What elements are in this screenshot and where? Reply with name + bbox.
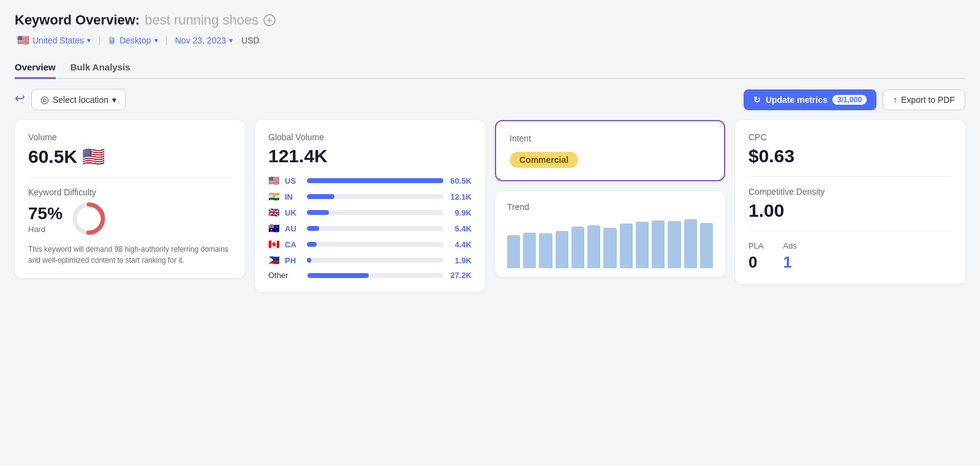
date-selector[interactable]: Nov 23, 2023 ▾ [173, 34, 235, 47]
cpc-divider [748, 176, 952, 177]
code-us: US [285, 176, 302, 186]
date-chevron-icon: ▾ [229, 36, 233, 45]
separator-1: | [98, 35, 100, 46]
update-metrics-badge: 3/1,000 [832, 95, 867, 105]
difficulty-label: Keyword Difficulty [28, 187, 232, 197]
bar-fill-ca [307, 242, 317, 247]
card-divider [28, 177, 232, 178]
location-chevron-icon: ▾ [87, 36, 91, 45]
val-us: 60.5K [448, 176, 472, 186]
toolbar-row: ↩ ◎ Select location ▾ ↻ Update metrics 3… [15, 89, 965, 110]
volume-card: Volume 60.5K 🇺🇸 Keyword Difficulty 75% H… [15, 120, 245, 278]
date-label: Nov 23, 2023 [175, 36, 226, 45]
select-location-button[interactable]: ◎ Select location ▾ [31, 89, 126, 110]
trend-card: Trend [495, 191, 725, 277]
tab-overview[interactable]: Overview [15, 57, 56, 79]
bar-fill-us [307, 178, 443, 183]
device-label: Desktop [119, 36, 151, 45]
meta-row: 🇺🇸 United States ▾ | 🖥 Desktop ▾ | Nov 2… [15, 33, 965, 47]
volume-value: 60.5K 🇺🇸 [28, 146, 232, 167]
pla-value: 0 [748, 253, 764, 272]
country-row-uk: 🇬🇧 UK 9.9K [268, 207, 472, 218]
currency-label: USD [241, 36, 260, 45]
difficulty-donut [71, 201, 107, 236]
trend-bar-7 [603, 228, 616, 268]
bar-fill-ph [307, 258, 311, 263]
bar-bg-ph [307, 258, 443, 263]
val-uk: 9.9K [448, 208, 472, 217]
country-row-ca: 🇨🇦 CA 4.4K [268, 239, 472, 250]
trend-bar-6 [587, 225, 600, 268]
pla-label: PLA [748, 241, 764, 250]
device-icon: 🖥 [108, 36, 116, 45]
select-location-label: Select location [53, 95, 108, 105]
keyword-text: best running shoes [145, 12, 258, 28]
intent-badge: Commercial [510, 152, 578, 168]
global-volume-card: Global Volume 121.4K 🇺🇸 US 60.5K 🇮🇳 IN 1… [255, 120, 485, 292]
country-row-au: 🇦🇺 AU 5.4K [268, 223, 472, 234]
volume-label: Volume [28, 132, 232, 142]
scroll-indicator: ↩ [15, 91, 25, 105]
trend-bar-4 [556, 231, 568, 268]
intent-card: Intent Commercial [495, 120, 725, 181]
trend-label: Trend [507, 202, 713, 212]
intent-trend-column: Intent Commercial Trend [495, 120, 725, 277]
flag-uk: 🇬🇧 [268, 207, 280, 218]
difficulty-level: Hard [28, 225, 62, 234]
export-icon: ↑ [893, 95, 897, 105]
density-value: 1.00 [748, 200, 952, 221]
country-row-us: 🇺🇸 US 60.5K [268, 175, 472, 186]
trend-bar-11 [668, 221, 680, 268]
select-location-chevron-icon: ▾ [112, 95, 116, 105]
difficulty-description: This keyword will demand 98 high-authori… [28, 244, 232, 266]
bar-bg-us [307, 178, 443, 183]
trend-bar-9 [636, 222, 649, 268]
page-title: Keyword Overview: best running shoes + [15, 12, 965, 28]
update-metrics-label: Update metrics [766, 95, 827, 105]
global-volume-label: Global Volume [268, 132, 472, 142]
trend-bar-2 [523, 233, 536, 268]
density-label: Competitive Density [748, 187, 952, 197]
val-au: 5.4K [448, 224, 472, 233]
code-ca: CA [285, 240, 302, 249]
trend-bar-3 [539, 233, 552, 268]
device-selector[interactable]: 🖥 Desktop ▾ [105, 34, 160, 47]
code-au: AU [285, 224, 302, 233]
tab-bulk-analysis[interactable]: Bulk Analysis [70, 57, 130, 79]
refresh-icon: ↻ [753, 95, 761, 105]
trend-bar-10 [652, 220, 665, 268]
cards-grid: Volume 60.5K 🇺🇸 Keyword Difficulty 75% H… [15, 120, 965, 292]
toolbar-right: ↻ Update metrics 3/1,000 ↑ Export to PDF [744, 89, 965, 110]
scroll-arrow-icon: ↩ [15, 91, 25, 105]
export-button[interactable]: ↑ Export to PDF [883, 89, 965, 110]
country-row-in: 🇮🇳 IN 12.1K [268, 191, 472, 202]
ads-value: 1 [783, 253, 797, 272]
country-row-ph: 🇵🇭 PH 1.9K [268, 255, 472, 266]
difficulty-pct: 75% [28, 204, 62, 224]
bar-bg-in [307, 194, 443, 199]
bar-fill-in [307, 194, 334, 199]
export-label: Export to PDF [901, 95, 955, 105]
code-uk: UK [285, 208, 302, 217]
location-selector[interactable]: 🇺🇸 United States ▾ [15, 33, 93, 47]
bar-bg-ca [307, 242, 443, 247]
difficulty-row: 75% Hard [28, 201, 232, 236]
code-ph: PH [285, 256, 302, 265]
intent-label: Intent [510, 133, 710, 143]
code-in: IN [285, 192, 302, 201]
other-row: Other 27.2K [268, 271, 472, 280]
flag-us: 🇺🇸 [268, 175, 280, 186]
cpc-value: $0.63 [748, 146, 952, 167]
bar-bg-other [307, 273, 443, 278]
pla-item: PLA 0 [748, 241, 764, 272]
val-other: 27.2K [448, 271, 472, 280]
pla-ads-row: PLA 0 Ads 1 [748, 241, 952, 272]
add-keyword-icon[interactable]: + [263, 14, 276, 26]
location-label: United States [32, 36, 84, 45]
trend-bar-8 [620, 224, 633, 268]
location-flag: 🇺🇸 [17, 34, 29, 46]
update-metrics-button[interactable]: ↻ Update metrics 3/1,000 [744, 89, 876, 110]
ads-label: Ads [783, 241, 797, 250]
bar-fill-au [307, 226, 319, 231]
trend-bar-12 [684, 219, 697, 268]
